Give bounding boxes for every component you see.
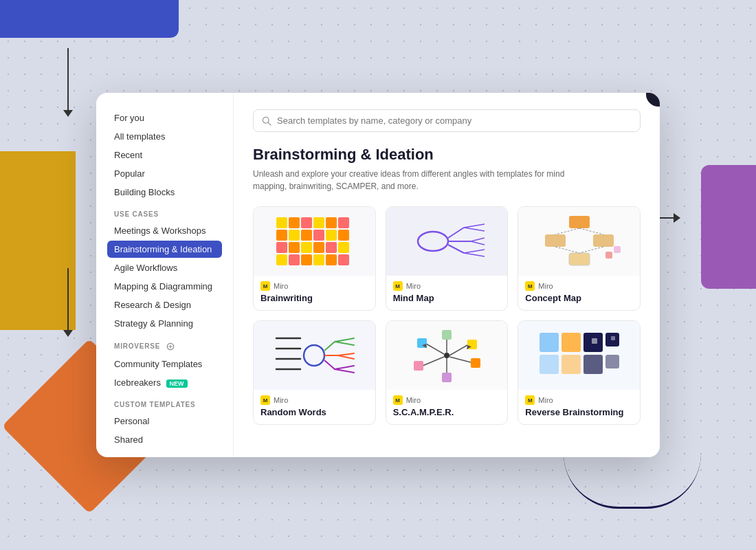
svg-rect-68 <box>414 361 423 371</box>
sidebar-item-building-blocks[interactable]: Building Blocks <box>107 184 222 201</box>
svg-rect-36 <box>569 216 590 228</box>
miro-icon: M <box>393 281 403 291</box>
template-info-scamper: M Miro S.C.A.M.P.E.R. <box>386 390 508 424</box>
svg-line-1 <box>268 122 271 125</box>
search-input[interactable] <box>277 116 632 126</box>
svg-line-34 <box>464 250 485 253</box>
custom-templates-label: CUSTOM TEMPLATES <box>107 393 222 412</box>
svg-line-27 <box>448 228 464 238</box>
svg-line-55 <box>335 342 354 345</box>
template-thumb-reverse-brainstorming <box>518 321 640 390</box>
svg-rect-8 <box>276 230 287 241</box>
template-source: M Miro <box>525 395 633 405</box>
sidebar-item-strategy[interactable]: Strategy & Planning <box>107 315 222 332</box>
template-name-random-words: Random Words <box>260 407 368 417</box>
template-info-reverse-brainstorming: M Miro Reverse Brainstorming <box>518 390 640 424</box>
svg-rect-5 <box>313 217 324 228</box>
svg-rect-37 <box>545 234 566 247</box>
template-source: M Miro <box>393 281 501 291</box>
sidebar-item-research[interactable]: Research & Design <box>107 296 222 314</box>
svg-rect-9 <box>289 230 300 241</box>
miro-icon: M <box>525 281 535 291</box>
sidebar-item-popular[interactable]: Popular <box>107 165 222 182</box>
svg-rect-2 <box>276 217 287 228</box>
template-thumb-random-words <box>254 321 375 390</box>
svg-line-59 <box>335 369 354 373</box>
svg-rect-22 <box>301 254 312 265</box>
sidebar-item-all-templates[interactable]: All templates <box>107 128 222 145</box>
svg-rect-17 <box>313 242 324 253</box>
miro-icon: M <box>525 395 535 405</box>
svg-rect-44 <box>605 252 612 258</box>
svg-line-32 <box>471 238 485 241</box>
template-card-brainwriting[interactable]: M Miro Brainwriting <box>253 206 376 311</box>
svg-rect-64 <box>471 358 480 368</box>
svg-rect-6 <box>326 217 337 228</box>
template-card-concept-map[interactable]: M Miro Concept Map <box>518 206 641 311</box>
new-badge: NEW <box>166 380 188 388</box>
svg-rect-20 <box>276 254 287 265</box>
svg-rect-38 <box>593 234 614 247</box>
svg-rect-39 <box>569 253 590 265</box>
modal: × For you All templates Recent Popular B… <box>96 93 660 457</box>
miro-icon: M <box>260 281 270 291</box>
svg-rect-24 <box>326 254 337 265</box>
svg-rect-14 <box>276 242 287 253</box>
sidebar-item-for-you[interactable]: For you <box>107 109 222 126</box>
svg-line-61 <box>449 345 467 355</box>
svg-line-43 <box>579 247 603 253</box>
svg-rect-83 <box>592 338 597 344</box>
template-grid: M Miro Brainwriting <box>253 206 641 425</box>
svg-rect-23 <box>313 254 324 265</box>
template-card-random-words[interactable]: M Miro Random Words <box>253 320 376 425</box>
sidebar-item-agile[interactable]: Agile Workflows <box>107 259 222 276</box>
template-source: M Miro <box>260 281 368 291</box>
template-name-mind-map: Mind Map <box>393 293 501 303</box>
svg-rect-21 <box>289 254 300 265</box>
main-content: Brainstorming & Ideation Unleash and exp… <box>234 93 660 457</box>
svg-rect-75 <box>540 333 559 352</box>
sidebar-item-community[interactable]: Community Templates <box>107 355 222 373</box>
svg-line-63 <box>449 357 471 362</box>
template-source: M Miro <box>525 281 633 291</box>
svg-rect-80 <box>562 355 581 374</box>
svg-line-57 <box>338 355 354 359</box>
sidebar-item-mapping[interactable]: Mapping & Diagramming <box>107 278 222 295</box>
svg-line-41 <box>579 228 603 234</box>
svg-line-35 <box>464 253 485 256</box>
svg-line-56 <box>338 353 354 355</box>
svg-line-30 <box>464 224 485 228</box>
svg-rect-15 <box>289 242 300 253</box>
svg-line-42 <box>555 247 579 253</box>
svg-rect-84 <box>611 336 615 340</box>
template-source: M Miro <box>393 395 501 405</box>
svg-line-51 <box>324 342 335 351</box>
svg-rect-7 <box>338 217 349 228</box>
sidebar-item-icebreakers[interactable]: Icebreakers NEW <box>107 374 222 391</box>
search-icon <box>262 116 271 126</box>
sidebar-item-recent[interactable]: Recent <box>107 146 222 164</box>
svg-line-67 <box>423 357 444 366</box>
svg-line-33 <box>471 241 485 245</box>
svg-rect-12 <box>326 230 337 241</box>
template-card-reverse-brainstorming[interactable]: M Miro Reverse Brainstorming <box>518 320 641 425</box>
search-bar <box>253 109 641 132</box>
svg-rect-70 <box>442 330 452 340</box>
miroverse-label: MIROVERSE <box>107 333 222 355</box>
sidebar-item-personal[interactable]: Personal <box>107 412 222 430</box>
svg-rect-82 <box>605 355 619 368</box>
template-card-scamper[interactable]: M Miro S.C.A.M.P.E.R. <box>386 320 509 425</box>
template-name-reverse-brainstorming: Reverse Brainstorming <box>525 407 633 417</box>
template-name-concept-map: Concept Map <box>525 293 633 303</box>
sidebar-item-shared[interactable]: Shared <box>107 431 222 448</box>
svg-rect-19 <box>338 242 349 253</box>
template-info-random-words: M Miro Random Words <box>254 390 375 424</box>
svg-point-50 <box>304 345 324 366</box>
svg-line-58 <box>335 366 354 369</box>
sidebar-item-brainstorming[interactable]: Brainstorming & Ideation <box>107 241 222 258</box>
svg-rect-76 <box>562 333 581 352</box>
template-thumb-mind-map <box>386 207 508 276</box>
sidebar-item-meetings[interactable]: Meetings & Workshops <box>107 222 222 239</box>
template-card-mind-map[interactable]: M Miro Mind Map <box>386 206 509 311</box>
svg-rect-16 <box>301 242 312 253</box>
